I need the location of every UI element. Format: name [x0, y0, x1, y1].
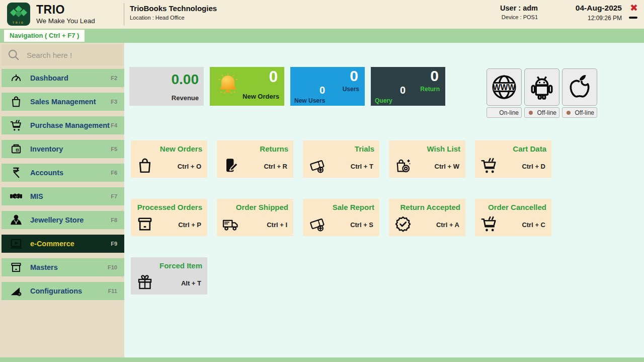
sidebar-item-sales-management[interactable]: Sales Management F3: [2, 93, 124, 111]
user-name: User : adm: [500, 4, 538, 12]
new-orders-label: New Orders: [243, 93, 279, 100]
brand: TRIO TRIO We Make You Lead: [7, 3, 95, 26]
brand-tagline: We Make You Lead: [36, 17, 95, 25]
register-icon: [10, 142, 23, 156]
search-placeholder: Search here !: [27, 51, 72, 59]
app-window: TRIO TRIO We Make You Lead TrioBooks Tec…: [0, 0, 644, 362]
box-icon: [10, 261, 23, 274]
current-time: 12:09:26 PM: [576, 15, 622, 22]
trio-logo-icon: TRIO: [7, 3, 30, 26]
return-card[interactable]: 0 Return 0 Query: [371, 67, 445, 106]
brand-name: TRIO: [36, 4, 95, 16]
sidebar-item-configurations[interactable]: Configurations F11: [2, 282, 124, 300]
new-users-label: New Users: [294, 97, 325, 104]
ticket-plus-icon: [308, 157, 326, 175]
platform-android[interactable]: Off-line: [524, 68, 559, 118]
android-icon: [524, 68, 559, 106]
rupee-icon: [10, 166, 23, 179]
web-status-badge: On-line: [487, 107, 522, 118]
www-globe-icon: [487, 68, 522, 106]
query-label: Query: [375, 97, 392, 104]
platform-web[interactable]: On-line: [487, 68, 522, 118]
ticket-plus-icon: [308, 215, 326, 233]
tile-sale-report[interactable]: Sale Report Ctrl + S: [303, 199, 379, 236]
header: TRIO TRIO We Make You Lead TrioBooks Tec…: [0, 0, 644, 29]
sidebar-menu: Dashboard F2 Sales Management F3 Purchas…: [2, 69, 124, 306]
sidebar-item-masters[interactable]: Masters F10: [2, 258, 124, 276]
laptop-play-icon: [10, 237, 23, 250]
new-orders-card[interactable]: 0 New Orders: [210, 67, 284, 106]
sidebar-item-mis[interactable]: MIS F7: [2, 187, 124, 205]
new-users-value: 0: [319, 85, 325, 96]
device-pencil-icon: [222, 157, 240, 175]
new-orders-value: 0: [269, 68, 278, 86]
company-block: TrioBooks Technologies Location : Head O…: [130, 4, 217, 21]
shopping-bag-icon: [10, 95, 23, 108]
revenue-label: Revenue: [172, 94, 199, 102]
tile-order-cancelled[interactable]: Order Cancelled Ctrl + C: [475, 199, 551, 236]
offline-dot: [529, 111, 533, 115]
android-status-badge: Off-line: [524, 107, 559, 118]
query-value: 0: [400, 85, 406, 96]
revenue-value: 0.00: [172, 71, 199, 88]
tile-forced-item[interactable]: Forced Item Alt + T: [131, 257, 207, 295]
tile-new-orders[interactable]: New Orders Ctrl + O: [131, 140, 207, 178]
users-label: Users: [343, 86, 359, 93]
sidebar-item-purchase-management[interactable]: Purchase Management F4: [2, 116, 124, 134]
navigation-bar: Navigation ( Ctrl + F7 ): [0, 29, 644, 43]
device-name: Device : POS1: [500, 14, 538, 20]
navigation-tab[interactable]: Navigation ( Ctrl + F7 ): [4, 30, 85, 42]
necklace-icon: [10, 213, 23, 227]
header-divider: [124, 3, 124, 26]
config-gear-icon: [10, 284, 23, 298]
stats-row: 0.00 Revenue 0 New Orders 0 Users 0 New …: [129, 67, 445, 106]
platform-apple[interactable]: Off-line: [562, 68, 597, 118]
handshake-icon: [10, 190, 23, 203]
shopping-bag-icon: [136, 157, 154, 175]
user-block: User : adm Device : POS1: [500, 4, 538, 20]
company-name: TrioBooks Technologies: [130, 4, 217, 13]
cart-icon: [10, 119, 23, 132]
sidebar-item-accounts[interactable]: Accounts F6: [2, 164, 124, 182]
offline-dot: [567, 111, 571, 115]
sidebar-item-dashboard[interactable]: Dashboard F2: [2, 69, 124, 87]
cart-icon: [480, 215, 498, 233]
bottom-strip: [0, 357, 644, 362]
search-input[interactable]: Search here !: [1, 44, 123, 65]
return-value: 0: [430, 67, 439, 85]
close-button[interactable]: ✖: [630, 3, 638, 13]
users-value: 0: [350, 67, 358, 85]
sidebar-item-jewellery-store[interactable]: Jewellery Store F8: [2, 211, 124, 229]
action-tiles-grid: New Orders Ctrl + O Returns Ctrl + R Tri…: [131, 140, 558, 295]
cart-icon: [480, 157, 498, 175]
box-icon: [136, 215, 154, 233]
platform-status-group: On-line Off-line Off-line: [487, 68, 597, 118]
search-icon: [7, 48, 21, 62]
users-card[interactable]: 0 Users 0 New Users: [290, 67, 365, 106]
badge-check-icon: [394, 215, 412, 233]
tile-return-accepted[interactable]: Return Accepted Ctrl + A: [389, 199, 465, 236]
tile-returns[interactable]: Returns Ctrl + R: [217, 140, 293, 178]
tile-wish-list[interactable]: Wish List Ctrl + W: [389, 140, 465, 178]
truck-icon: [222, 215, 240, 233]
gauge-icon: [10, 71, 23, 85]
current-date: 04-Aug-2025: [576, 4, 622, 13]
bag-coin-icon: [394, 157, 412, 175]
tile-cart-data[interactable]: Cart Data Ctrl + D: [475, 140, 551, 178]
tile-trials[interactable]: Trials Ctrl + T: [303, 140, 379, 178]
datetime-block: 04-Aug-2025 12:09:26 PM: [576, 4, 622, 22]
apple-icon: [562, 68, 597, 106]
tile-order-shipped[interactable]: Order Shipped Ctrl + I: [217, 199, 293, 236]
apple-status-badge: Off-line: [562, 107, 597, 118]
minimize-button[interactable]: [629, 17, 637, 19]
company-location: Location : Head Office: [130, 15, 217, 21]
main-content: 0.00 Revenue 0 New Orders 0 Users 0 New …: [124, 43, 644, 357]
tile-processed-orders[interactable]: Processed Orders Ctrl + P: [131, 199, 207, 236]
sidebar-item-inventory[interactable]: Inventory F5: [2, 140, 124, 158]
return-label: Return: [420, 86, 440, 93]
revenue-card[interactable]: 0.00 Revenue: [129, 67, 204, 106]
sidebar-item-ecommerce[interactable]: e-Commerce F9: [2, 235, 124, 253]
bell-icon: [216, 73, 239, 98]
gift-icon: [136, 273, 154, 292]
sidebar: Search here ! Dashboard F2 Sales Managem…: [0, 43, 124, 357]
